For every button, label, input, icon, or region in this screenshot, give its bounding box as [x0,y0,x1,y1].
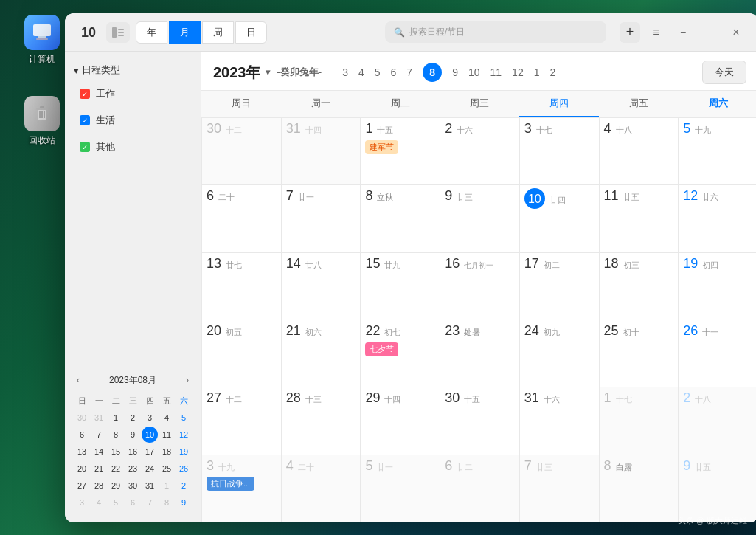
mini-cal-cell[interactable]: 3 [142,410,158,426]
month-4[interactable]: 4 [358,66,364,78]
mini-cal-cell[interactable]: 31 [142,477,158,494]
mini-cal-cell[interactable]: 9 [125,427,141,443]
event-qixi[interactable]: 七夕节 [365,342,398,356]
month-5[interactable]: 5 [375,66,381,78]
mini-cal-cell[interactable]: 23 [125,460,141,477]
cal-cell-18[interactable]: 18初三 [600,253,679,320]
cal-cell-4-next[interactable]: 4二十 [282,455,361,522]
month-11[interactable]: 11 [490,66,502,78]
mini-cal-cell[interactable]: 18 [159,443,175,460]
mini-cal-cell[interactable]: 21 [91,460,107,477]
mini-cal-cell[interactable]: 9 [176,494,192,511]
mini-cal-cell[interactable]: 13 [74,443,90,460]
cal-cell-7[interactable]: 7廿一 [282,185,361,252]
view-year-button[interactable]: 年 [136,21,167,44]
mini-cal-cell[interactable]: 14 [91,443,107,460]
event-jianjun[interactable]: 建军节 [365,140,398,154]
menu-button[interactable]: ≡ [646,22,667,43]
maximize-button[interactable]: □ [699,22,720,43]
month-6[interactable]: 6 [391,66,397,78]
search-bar[interactable]: 🔍 搜索日程/节日 [385,21,606,43]
cal-cell-22[interactable]: 22初七 七夕节 [361,320,440,387]
cal-cell-30[interactable]: 30十五 [440,387,520,455]
mini-cal-cell[interactable]: 4 [91,494,107,511]
mini-cal-cell[interactable]: 3 [74,494,90,511]
mini-cal-prev[interactable]: ‹ [74,373,83,387]
cal-cell-28[interactable]: 28十三 [282,387,361,455]
cal-cell-25[interactable]: 25初十 [600,320,679,387]
cal-cell-9[interactable]: 9廿三 [440,185,520,252]
cal-cell-2[interactable]: 2十六 [440,118,520,185]
mini-cal-cell[interactable]: 1 [159,477,175,494]
mini-cal-cell[interactable]: 12 [176,427,192,443]
month-12[interactable]: 12 [512,66,524,78]
cal-cell-4[interactable]: 4十八 [600,118,679,185]
cal-cell-1[interactable]: 1十五 建军节 [361,118,440,185]
cal-cell-26[interactable]: 26十一 [679,320,756,387]
cal-cell-14[interactable]: 14廿八 [282,253,361,320]
mini-cal-cell[interactable]: 31 [91,410,107,426]
mini-cal-cell[interactable]: 7 [91,427,107,443]
category-header[interactable]: ▾ 日程类型 [74,63,192,77]
cal-cell-3-next[interactable]: 3十九 抗日战争... [202,455,282,522]
mini-cal-cell[interactable]: 16 [125,443,141,460]
month-10[interactable]: 10 [468,66,480,78]
cal-cell-5-next[interactable]: 5廿一 [361,455,440,522]
month-9[interactable]: 9 [452,66,458,78]
mini-cal-cell[interactable]: 29 [108,477,124,494]
add-event-button[interactable]: + [620,22,640,43]
mini-cal-cell[interactable]: 26 [176,460,192,477]
cal-cell-10-today[interactable]: 10廿四 [520,185,600,252]
cal-cell-5[interactable]: 5十九 [679,118,756,185]
minimize-button[interactable]: − [673,22,693,43]
cal-cell-20[interactable]: 20初五 [202,320,282,387]
cal-cell-6[interactable]: 6二十 [202,185,282,252]
cal-cell-3[interactable]: 3十七 [520,118,600,185]
desktop-icon-computer[interactable]: 计算机 [16,15,68,66]
cal-cell-30-prev[interactable]: 30十二 [202,118,282,185]
category-other[interactable]: ✓ 其他 [74,137,192,156]
mini-cal-cell[interactable]: 2 [125,410,141,426]
mini-cal-cell[interactable]: 5 [108,494,124,511]
cal-cell-8[interactable]: 8立秋 [361,185,440,252]
cal-cell-13[interactable]: 13廿七 [202,253,282,320]
cal-cell-16[interactable]: 16七月初一 [440,253,520,320]
cal-cell-17[interactable]: 17初二 [520,253,600,320]
sidebar-toggle-button[interactable] [106,22,130,43]
cal-cell-27[interactable]: 27十二 [202,387,282,455]
mini-cal-cell[interactable]: 8 [108,427,124,443]
month-8[interactable]: 8 [423,63,442,82]
mini-cal-cell[interactable]: 22 [108,460,124,477]
cal-cell-7-next[interactable]: 7廿三 [520,455,600,522]
mini-cal-cell[interactable]: 30 [125,477,141,494]
view-month-button[interactable]: 月 [169,21,201,44]
mini-cal-cell[interactable]: 2 [176,477,192,494]
cal-cell-31-prev[interactable]: 31十四 [282,118,361,185]
month-3[interactable]: 3 [342,66,348,78]
cal-cell-6-next[interactable]: 6廿二 [440,455,520,522]
mini-cal-cell[interactable]: 1 [108,410,124,426]
cal-cell-29[interactable]: 29十四 [361,387,440,455]
mini-cal-next[interactable]: › [183,373,192,387]
mini-cal-cell[interactable]: 30 [74,410,90,426]
month-7[interactable]: 7 [406,66,412,78]
cal-cell-11[interactable]: 11廿五 [600,185,679,252]
cal-cell-19[interactable]: 19初四 [679,253,756,320]
cal-cell-9-next[interactable]: 9廿五 [679,455,756,522]
desktop-icon-trash[interactable]: 回收站 [16,96,68,147]
category-work[interactable]: ✓ 工作 [74,84,192,103]
mini-cal-cell[interactable]: 25 [159,460,175,477]
mini-cal-cell[interactable]: 27 [74,477,90,494]
cal-cell-24[interactable]: 24初九 [520,320,600,387]
cal-cell-2-next[interactable]: 2十八 [679,387,756,455]
mini-cal-cell[interactable]: 4 [159,410,175,426]
mini-cal-cell[interactable]: 24 [142,460,158,477]
year-dropdown-icon[interactable]: ▾ [266,67,270,77]
view-week-button[interactable]: 周 [202,21,234,44]
cal-cell-23[interactable]: 23处暑 [440,320,520,387]
cal-cell-1-next[interactable]: 1十七 [600,387,679,455]
mini-cal-cell[interactable]: 7 [142,494,158,511]
mini-cal-cell[interactable]: 19 [176,443,192,460]
mini-cal-cell[interactable]: 17 [142,443,158,460]
mini-cal-cell[interactable]: 5 [176,410,192,426]
